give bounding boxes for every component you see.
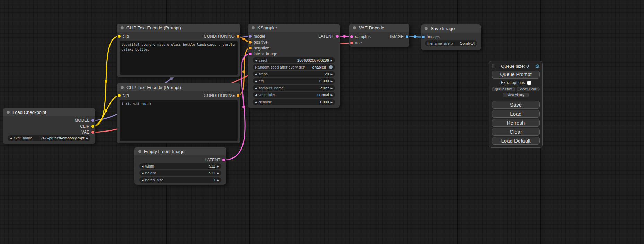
- arrow-right-icon[interactable]: ▶: [331, 80, 333, 82]
- node-title-bar: CLIP Text Encode (Prompt): [117, 83, 240, 91]
- arrow-right-icon[interactable]: ▶: [217, 179, 219, 181]
- input-slot-latent-image: latent_image: [249, 51, 277, 57]
- seed-widget[interactable]: ◀ seed 156680208700286 ▶: [253, 57, 335, 63]
- queue-prompt-button[interactable]: Queue Prompt: [492, 71, 540, 79]
- arrow-left-icon[interactable]: ◀: [255, 94, 257, 96]
- node-status-dot: [353, 26, 356, 29]
- clip-port-dot[interactable]: [118, 94, 121, 97]
- node-save-image[interactable]: Save Image images filename_prefix ComfyU…: [421, 24, 481, 50]
- queue-small-buttons-row: Queue Front View Queue: [492, 87, 540, 91]
- link-midpoint-dot: [414, 35, 416, 38]
- output-slot-vae: VAE: [81, 129, 94, 135]
- input-slot-positive: positive: [249, 39, 268, 45]
- arrow-right-icon[interactable]: ▶: [331, 59, 333, 62]
- link-midpoint-dot: [242, 106, 245, 108]
- node-status-dot: [7, 111, 10, 114]
- cfg-widget[interactable]: ◀ cfg 8.000 ▶: [253, 78, 335, 84]
- scheduler-widget[interactable]: ◀ scheduler normal ▶: [253, 92, 335, 98]
- arrow-left-icon[interactable]: ◀: [255, 87, 257, 89]
- toggle-knob[interactable]: [329, 65, 333, 69]
- vae-port-dot[interactable]: [350, 42, 353, 44]
- batch-size-widget[interactable]: ◀ batch_size 1 ▶: [139, 177, 221, 183]
- filename-prefix-widget[interactable]: filename_prefix ComfyUI: [425, 40, 477, 46]
- input-slot-model: model: [249, 34, 265, 39]
- node-title-bar: Save Image: [421, 24, 481, 33]
- clear-button[interactable]: Clear: [492, 128, 540, 136]
- arrow-right-icon[interactable]: ▶: [86, 137, 88, 139]
- link-midpoint-dot: [242, 38, 245, 40]
- output-slot-model: MODEL: [74, 118, 94, 123]
- random-seed-toggle-widget[interactable]: Random seed after every gen enabled: [253, 64, 335, 70]
- arrow-right-icon[interactable]: ▶: [331, 101, 333, 103]
- link-midpoint-dot: [105, 109, 107, 112]
- refresh-button[interactable]: Refresh: [492, 119, 540, 127]
- conditioning-port-dot[interactable]: [249, 47, 252, 49]
- extra-options-checkbox[interactable]: [527, 81, 531, 85]
- conditioning-port-dot[interactable]: [237, 94, 239, 97]
- height-widget[interactable]: ◀ height 512 ▶: [139, 170, 221, 176]
- link-midpoint-dot: [242, 70, 245, 73]
- arrow-left-icon[interactable]: ◀: [142, 172, 143, 174]
- output-slot-clip: CLIP: [80, 124, 94, 129]
- arrow-left-icon[interactable]: ◀: [142, 165, 143, 168]
- model-port-dot[interactable]: [91, 119, 94, 122]
- node-status-dot: [121, 86, 124, 89]
- conditioning-port-dot[interactable]: [237, 35, 239, 38]
- image-port-dot[interactable]: [406, 35, 408, 38]
- arrow-right-icon[interactable]: ▶: [331, 94, 333, 96]
- width-widget[interactable]: ◀ width 512 ▶: [139, 163, 221, 169]
- arrow-left-icon[interactable]: ◀: [255, 80, 257, 82]
- view-history-button[interactable]: View History: [503, 93, 529, 97]
- positive-prompt-textarea[interactable]: beautiful scenery nature glass bottle la…: [120, 41, 238, 75]
- input-slot-clip: clip: [118, 34, 129, 39]
- ckpt-name-widget[interactable]: ◀ ckpt_name v1-5-pruned-emaonly.ckpt ▶: [8, 135, 90, 141]
- input-slot-samples: samples: [350, 34, 371, 39]
- arrow-left-icon[interactable]: ◀: [142, 179, 143, 181]
- arrow-left-icon[interactable]: ◀: [255, 101, 257, 103]
- clip-port-dot[interactable]: [91, 125, 94, 128]
- arrow-right-icon[interactable]: ▶: [331, 73, 333, 75]
- conditioning-port-dot[interactable]: [249, 41, 252, 44]
- node-title-bar: Empty Latent Image: [134, 147, 226, 155]
- node-vae-decode[interactable]: VAE Decode samples vae IMAGE: [349, 24, 409, 47]
- node-title-bar: CLIP Text Encode (Prompt): [117, 24, 240, 32]
- model-port-dot[interactable]: [249, 35, 252, 38]
- latent-port-dot[interactable]: [350, 35, 353, 38]
- image-port-dot[interactable]: [422, 36, 425, 38]
- node-load-checkpoint[interactable]: Load Checkpoint MODEL CLIP VAE ◀ ckpt_na…: [3, 108, 95, 144]
- save-button[interactable]: Save: [492, 101, 540, 109]
- input-slot-negative: negative: [249, 45, 269, 51]
- queue-panel-header: ⣿ Queue size: 0 ⚙: [492, 63, 540, 69]
- node-canvas[interactable]: Load Checkpoint MODEL CLIP VAE ◀ ckpt_na…: [0, 0, 644, 244]
- arrow-right-icon[interactable]: ▶: [331, 87, 333, 89]
- steps-widget[interactable]: ◀ steps 20 ▶: [253, 71, 335, 77]
- latent-port-dot[interactable]: [249, 53, 252, 55]
- clip-port-dot[interactable]: [118, 35, 121, 38]
- vae-port-dot[interactable]: [91, 131, 94, 134]
- view-queue-button[interactable]: View Queue: [517, 87, 540, 91]
- arrow-left-icon[interactable]: ◀: [10, 137, 12, 139]
- denoise-widget[interactable]: ◀ denoise 1.000 ▶: [253, 99, 335, 105]
- latent-port-dot[interactable]: [222, 159, 225, 161]
- node-title: CLIP Text Encode (Prompt): [126, 25, 181, 30]
- sampler-name-widget[interactable]: ◀ sampler_name euler ▶: [253, 85, 335, 91]
- arrow-right-icon[interactable]: ▶: [217, 172, 219, 174]
- settings-gear-icon[interactable]: ⚙: [535, 64, 540, 69]
- arrow-left-icon[interactable]: ◀: [255, 73, 257, 75]
- load-button[interactable]: Load: [492, 110, 540, 118]
- arrow-left-icon[interactable]: ◀: [255, 59, 257, 62]
- latent-port-dot[interactable]: [336, 35, 339, 38]
- node-clip-text-encode-negative[interactable]: CLIP Text Encode (Prompt) clip CONDITION…: [117, 83, 240, 143]
- node-clip-text-encode-positive[interactable]: CLIP Text Encode (Prompt) clip CONDITION…: [117, 24, 240, 77]
- node-ksampler[interactable]: KSampler model positive negative latent_…: [248, 24, 340, 108]
- drag-handle-icon[interactable]: ⣿: [492, 64, 495, 68]
- negative-prompt-textarea[interactable]: text, watermark: [120, 100, 238, 141]
- output-slot-conditioning: CONDITIONING: [204, 34, 239, 39]
- queue-size-label: Queue size: 0: [495, 64, 535, 69]
- load-default-button[interactable]: Load Default: [492, 137, 540, 145]
- node-status-dot: [138, 150, 141, 153]
- queue-front-button[interactable]: Queue Front: [492, 87, 515, 91]
- node-empty-latent-image[interactable]: Empty Latent Image LATENT ◀ width 512 ▶ …: [134, 147, 226, 185]
- node-status-dot: [252, 26, 255, 29]
- arrow-right-icon[interactable]: ▶: [217, 165, 219, 168]
